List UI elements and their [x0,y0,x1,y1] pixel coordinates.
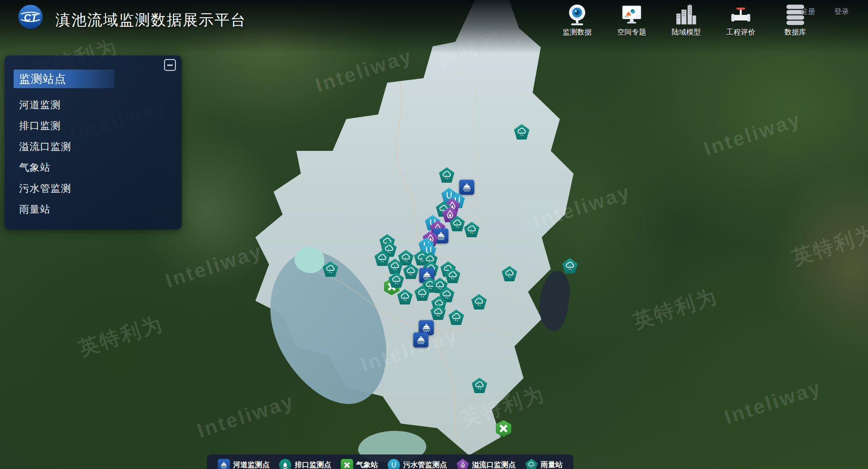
map-legend: 河道监测点 排口监测点 气象站 污水管监测点 溢流口监测点 雨量站 [207,454,574,469]
outlet-point-icon [279,459,291,469]
sidebar-item-outlet-monitoring[interactable]: 排口监测 [19,115,173,136]
sewage-pipe-point-icon [388,459,400,469]
map-canvas[interactable]: Inteliway英特利为Inteliway英特利为Inteliway英特利为I… [0,0,868,469]
legend-label: 污水管监测点 [403,460,447,469]
legend-item-river-point[interactable]: 河道监测点 [218,459,269,469]
top-nav: 监测数据 空间专题 [560,3,813,37]
legend-item-overflow-point[interactable]: 溢流口监测点 [457,459,516,469]
panel-title-monitoring-stations[interactable]: 监测站点 [14,70,115,88]
legend-label: 溢流口监测点 [472,460,516,469]
legend-label: 气象站 [356,460,378,469]
nav-label: 数据库 [784,28,806,37]
nav-item-land-model[interactable]: 陆域模型 [669,3,703,37]
nav-item-project-eval[interactable]: 工程评价 [723,3,758,37]
sidebar-item-overflow-monitoring[interactable]: 溢流口监测 [19,136,173,157]
register-link[interactable]: 注册 [801,7,815,17]
company-logo: CT [17,4,44,30]
legend-item-sewage-pipe-point[interactable]: 污水管监测点 [388,459,447,469]
overflow-point-icon [457,459,469,469]
small-pond [294,247,324,273]
logo-text: CT [24,12,38,23]
nav-label: 工程评价 [726,28,755,37]
river-point-icon [218,459,230,469]
auth-links: 注册 登录 [801,7,849,17]
sidebar-item-river-monitoring[interactable]: 河道监测 [19,95,173,115]
buildings-icon [674,3,698,26]
nav-item-spatial-theme[interactable]: 空间专题 [614,3,649,37]
sidebar-item-weather-station[interactable]: 气象站 [19,157,173,178]
nav-label: 陆域模型 [672,28,701,37]
legend-item-outlet-point[interactable]: 排口监测点 [279,459,331,469]
page-title: 滇池流域监测数据展示平台 [55,10,246,30]
river-monitor-marker[interactable] [414,333,429,348]
nav-label: 监测数据 [563,28,592,37]
legend-item-rain-gauge[interactable]: 雨量站 [525,459,563,469]
monitoring-stations-panel: 监测站点 河道监测 排口监测 溢流口监测 气象站 污水管监测 雨量站 [5,55,182,230]
rain-gauge-icon [525,459,538,469]
sidebar-item-rain-gauge-station[interactable]: 雨量站 [19,199,173,220]
nav-label: 空间专题 [617,28,646,37]
login-link[interactable]: 登录 [834,7,849,17]
weather-station-icon [341,459,353,469]
monitor-icon [620,3,644,26]
panel-menu: 河道监测 排口监测 溢流口监测 气象站 污水管监测 雨量站 [19,95,173,220]
valve-icon [729,3,753,26]
minimize-icon[interactable] [164,59,176,71]
webcam-icon [565,3,589,26]
legend-label: 排口监测点 [294,460,331,469]
river-monitor-marker[interactable] [459,180,474,195]
legend-item-weather-station[interactable]: 气象站 [341,459,378,469]
legend-label: 雨量站 [541,460,563,469]
legend-label: 河道监测点 [233,460,269,469]
sidebar-item-sewage-pipe-monitoring[interactable]: 污水管监测 [19,178,173,199]
nav-item-monitor-data[interactable]: 监测数据 [560,3,594,37]
